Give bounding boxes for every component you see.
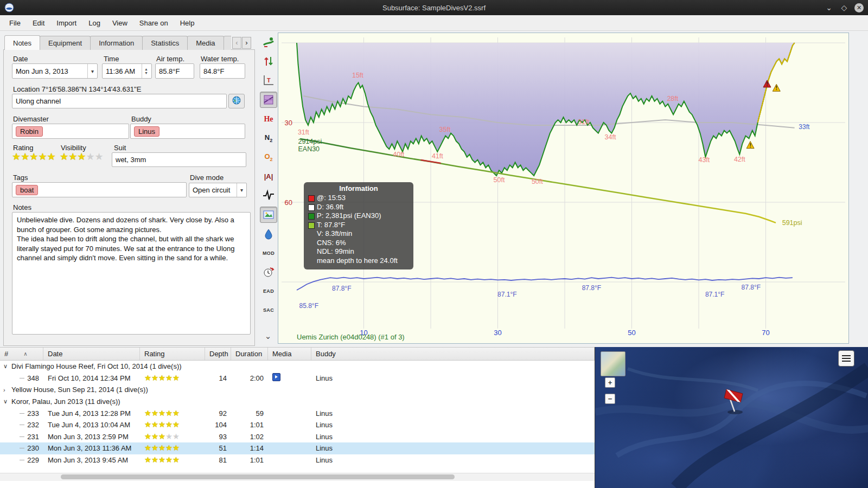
buddy-field[interactable]: Linus	[130, 124, 245, 139]
tab-statistics[interactable]: Statistics	[142, 36, 188, 50]
tab-e[interactable]: E	[224, 36, 231, 50]
dive-row[interactable]: 229Mon Jun 3, 2013 9:45 AM★★★★★811:01Lin…	[0, 454, 595, 466]
air-temp-field[interactable]	[155, 63, 194, 79]
column-header-buddy[interactable]: Buddy	[311, 348, 595, 360]
star-rating[interactable]: ★★★★★	[12, 152, 56, 162]
dive-row[interactable]: 230Mon Jun 3, 2013 11:36 AM★★★★★511:14Li…	[0, 442, 595, 454]
dive-row[interactable]: 231Mon Jun 3, 2013 2:59 PM★★★★★931:02Lin…	[0, 431, 595, 443]
column-header-depth[interactable]: Depth	[205, 348, 231, 360]
expand-arrow-icon[interactable]: ∨	[3, 398, 11, 405]
menu-share-on[interactable]: Share on	[133, 19, 174, 27]
buddy-tag[interactable]: Linus	[134, 126, 159, 137]
toggle-photos[interactable]	[260, 207, 277, 223]
overview-map[interactable]	[601, 351, 626, 376]
toggle-heart-rate[interactable]	[260, 188, 277, 203]
date-label: Date	[13, 55, 28, 63]
dive-profile[interactable]: 30601030507031ft15ft40ft41ft35ft50ft50ft…	[278, 33, 849, 344]
dive-flag-marker[interactable]	[719, 384, 754, 419]
toggle-dc-reported-ceiling[interactable]	[260, 227, 277, 242]
toggle-he-graph[interactable]: He	[260, 112, 277, 127]
horizontal-scrollbar[interactable]	[0, 473, 595, 481]
toggle-tissue-graph[interactable]	[260, 92, 277, 108]
star-rating[interactable]: ★★★★★	[144, 444, 180, 452]
svg-text:43ft: 43ft	[698, 156, 710, 164]
divemaster-label: Divemaster	[13, 115, 49, 123]
tab-equipment[interactable]: Equipment	[40, 36, 91, 50]
toggle-ascent-rate[interactable]	[260, 54, 277, 69]
column-header-date[interactable]: Date	[43, 348, 140, 360]
close-button[interactable]: ✕	[854, 3, 864, 12]
menu-import[interactable]: Import	[50, 19, 82, 27]
divemaster-field[interactable]: Robin	[12, 124, 129, 139]
menu-file[interactable]: File	[3, 19, 27, 27]
spinner-arrows-icon[interactable]: ▲▼	[142, 64, 148, 78]
toggle-o2-graph[interactable]: O2	[260, 150, 277, 165]
maximize-button[interactable]: ◇	[839, 3, 849, 12]
star-rating[interactable]: ★★★★★	[144, 421, 180, 428]
rating-stars[interactable]: ★★★★★	[12, 152, 56, 162]
water-temp-field[interactable]	[200, 63, 245, 79]
column-header-rating[interactable]: Rating	[140, 348, 205, 360]
visibility-stars[interactable]: ★★★★★	[60, 152, 104, 162]
dive-trip-row[interactable]: ∨Divi Flamingo House Reef, Fri Oct 10, 2…	[0, 361, 595, 373]
tab-information[interactable]: Information	[90, 36, 143, 50]
svg-text:!: !	[766, 81, 768, 87]
map-panel[interactable]: + −	[595, 347, 868, 488]
toggle-mod[interactable]: MOD	[260, 246, 277, 261]
svg-text:87.1°F: 87.1°F	[705, 291, 724, 298]
star-rating[interactable]: ★★★★★	[144, 433, 180, 440]
svg-text:87.8°F: 87.8°F	[332, 285, 351, 292]
tab-media[interactable]: Media	[187, 36, 224, 50]
date-select[interactable]: Mon Jun 3, 2013▾	[12, 63, 98, 79]
toggle-n2-graph[interactable]: N2	[260, 131, 277, 146]
dive-trip-row[interactable]: ∨Koror, Palau, Jun 2013 (11 dive(s))	[0, 396, 595, 408]
toggle-temperature-graph[interactable]: T	[260, 73, 277, 88]
map-menu-button[interactable]	[838, 350, 854, 367]
toolbar-collapse-chevron-icon[interactable]: ⌄	[260, 329, 276, 344]
time-spinbox[interactable]: 11:36 AM ▲▼	[102, 63, 152, 79]
toggle-sac[interactable]: SAC	[260, 303, 277, 318]
zoom-out-button[interactable]: −	[605, 394, 615, 404]
location-field[interactable]	[12, 94, 227, 108]
tree-branch-icon	[20, 425, 24, 425]
notes-textarea[interactable]: Unbelievable dive. Dozens and dozens of …	[12, 212, 251, 335]
menu-help[interactable]: Help	[174, 19, 201, 27]
star-rating[interactable]: ★★★★★	[144, 409, 180, 417]
media-icon[interactable]	[272, 373, 280, 381]
svg-text:T: T	[267, 77, 271, 84]
dive-trip-row[interactable]: ›Yellow House, Sun Sep 21, 2014 (1 dive(…	[0, 384, 595, 396]
scrollbar-thumb[interactable]	[61, 474, 455, 479]
zoom-in-button[interactable]: +	[605, 377, 615, 388]
tags-field[interactable]: boat	[12, 182, 187, 197]
dive-row[interactable]: 348Fri Oct 10, 2014 12:34 PM★★★★★142:00L…	[0, 373, 595, 384]
toggle-ndl-tts[interactable]	[260, 265, 277, 280]
star-rating[interactable]: ★★★★★	[144, 456, 180, 464]
tab-notes[interactable]: Notes	[4, 35, 40, 50]
star-rating[interactable]: ★★★★★	[60, 152, 104, 162]
svg-text:41ft: 41ft	[432, 152, 443, 160]
menu-edit[interactable]: Edit	[27, 19, 50, 27]
toggle-dive-computer[interactable]	[260, 35, 277, 50]
menu-log[interactable]: Log	[82, 19, 106, 27]
column-header--[interactable]: #∧	[0, 348, 43, 360]
dive-mode-select[interactable]: Open circuit▾	[189, 183, 247, 197]
column-header-media[interactable]: Media	[268, 348, 311, 360]
expand-arrow-icon[interactable]: ∨	[3, 363, 11, 370]
chevron-down-icon: ▾	[87, 64, 94, 78]
tooltip-line: D: 36.9ft	[308, 203, 409, 212]
toggle-air-graph[interactable]: |A|	[260, 169, 277, 184]
column-header-duration[interactable]: Duration	[231, 348, 268, 360]
tab-scroll-right[interactable]: ›	[242, 37, 251, 49]
dive-row[interactable]: 233Tue Jun 4, 2013 12:28 PM★★★★★9259Linu…	[0, 407, 595, 419]
star-rating[interactable]: ★★★★★	[144, 374, 180, 382]
minimize-button[interactable]: ⌄	[824, 3, 834, 12]
map-location-button[interactable]	[228, 94, 245, 108]
toggle-ead[interactable]: EAD	[260, 284, 277, 299]
menu-view[interactable]: View	[106, 19, 133, 27]
divemaster-tag[interactable]: Robin	[16, 126, 43, 137]
dive-row[interactable]: 232Tue Jun 4, 2013 10:04 AM★★★★★1041:01L…	[0, 419, 595, 431]
tab-scroll-left[interactable]: ‹	[232, 37, 241, 49]
tag-pill[interactable]: boat	[16, 185, 38, 195]
collapse-arrow-icon[interactable]: ›	[3, 387, 11, 393]
suit-field[interactable]	[112, 152, 246, 167]
